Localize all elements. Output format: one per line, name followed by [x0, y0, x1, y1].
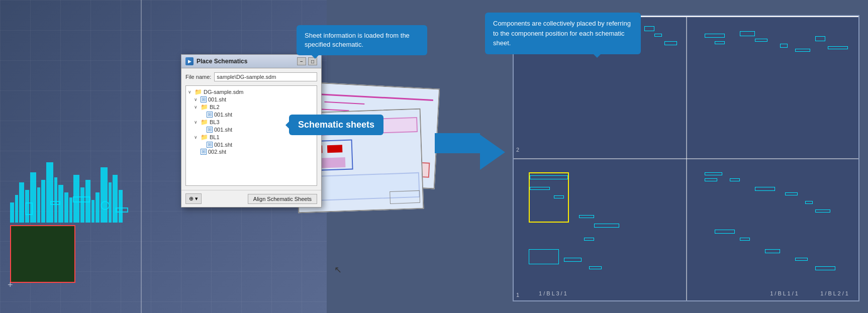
cyan-component	[530, 175, 568, 179]
pcb-component	[116, 207, 128, 213]
cyan-component	[755, 39, 767, 42]
file-icon: ⊞	[201, 96, 207, 102]
cyan-component	[594, 224, 619, 228]
folder-icon: 📁	[201, 119, 208, 126]
wifi-button[interactable]: ⊕ ▾	[185, 193, 202, 204]
expand-icon: ∨	[188, 89, 193, 94]
cursor-icon: ↖	[334, 264, 342, 275]
pcb-component	[50, 201, 60, 205]
arrow-body	[435, 133, 480, 153]
cyan-component	[785, 192, 798, 195]
tree-label: 001.sht	[208, 96, 226, 102]
vertical-divider	[141, 0, 142, 313]
cyan-component	[815, 210, 830, 213]
cyan-component	[715, 230, 735, 234]
folder-icon: 📁	[201, 103, 208, 111]
tree-item-001sht[interactable]: ∨ ⊞ 001.sht	[188, 96, 315, 103]
tree-label: BL3	[210, 119, 220, 125]
dropdown-arrow-icon: ▾	[195, 195, 198, 202]
cyan-component	[705, 34, 725, 38]
tree-label: 001.sht	[214, 127, 232, 133]
dialog-app-icon: ▶	[185, 57, 194, 65]
callout-schematic-sheets: Schematic sheets	[289, 115, 383, 135]
dark-board-area	[10, 225, 75, 283]
file-name-input[interactable]	[214, 72, 317, 81]
section-label-1: 1	[516, 292, 519, 298]
file-tree[interactable]: ∨ 📁 DG-sample.sdm ∨ ⊞ 001.sht ∨ 📁 BL2 ⊞ …	[185, 85, 317, 186]
tree-label: BL2	[210, 104, 220, 110]
cyan-component	[828, 46, 848, 49]
cyan-component	[530, 187, 550, 190]
dialog-title: Place Schematics	[197, 58, 247, 65]
result-v-divider	[686, 16, 687, 300]
minimize-button[interactable]: −	[297, 57, 306, 65]
cyan-component	[664, 41, 677, 45]
cyan-component	[584, 238, 594, 241]
folder-icon: 📁	[195, 88, 202, 95]
cyan-component	[740, 238, 750, 241]
callout-sheet-info-text: Sheet information is loaded from the spe…	[305, 32, 410, 48]
cyan-component	[654, 34, 662, 37]
file-icon: ⊞	[201, 149, 207, 155]
cyan-component	[755, 187, 775, 191]
file-name-row: File name:	[185, 72, 317, 81]
section-label-2: 2	[516, 147, 519, 153]
callout-right-text: Components are collectively placed by re…	[493, 20, 631, 47]
callout-sheet-info: Sheet information is loaded from the spe…	[297, 25, 427, 55]
tree-label: BL1	[210, 134, 220, 140]
tree-label: 001.sht	[214, 112, 232, 118]
pcb-component	[73, 196, 90, 202]
callout-schematic-text: Schematic sheets	[298, 120, 374, 130]
wifi-icon: ⊕	[189, 195, 194, 202]
cyan-component	[795, 49, 810, 52]
cyan-component	[740, 31, 755, 36]
bl2-label: 1 / B L 2 / 1	[820, 290, 848, 296]
cyan-component	[705, 172, 722, 175]
tree-label: 001.sht	[214, 142, 232, 148]
tree-item-bl1-001sht[interactable]: ⊞ 001.sht	[188, 141, 315, 148]
result-panel: 2 1 1 / B L 3 / 1 1 / B L 1 / 1 1 / B L …	[513, 15, 859, 301]
cyan-component	[815, 36, 825, 41]
expand-icon: ∨	[194, 135, 199, 140]
result-arrow	[435, 126, 480, 181]
dialog-titlebar: ▶ Place Schematics − □	[181, 55, 321, 68]
tree-label: 002.sht	[208, 149, 226, 155]
callout-components-right: Components are collectively placed by re…	[485, 13, 641, 54]
tree-item-bl2[interactable]: ∨ 📁 BL2	[188, 103, 315, 111]
cyan-component	[529, 249, 559, 264]
cyan-component	[730, 178, 740, 181]
arrow-head	[480, 135, 505, 170]
file-icon: ⊞	[207, 142, 213, 148]
cyan-component	[554, 195, 564, 198]
cyan-component	[579, 215, 594, 218]
pcb-component	[101, 201, 110, 210]
cyan-component	[705, 178, 717, 181]
cyan-component	[815, 266, 835, 270]
dialog-title-left: ▶ Place Schematics	[185, 57, 247, 65]
file-name-label: File name:	[185, 74, 211, 80]
cyan-component	[805, 201, 813, 204]
expand-icon: ∨	[194, 120, 199, 125]
tree-item-root[interactable]: ∨ 📁 DG-sample.sdm	[188, 88, 315, 96]
cyan-component	[780, 44, 788, 48]
cyan-component	[765, 249, 780, 253]
cyan-component	[589, 266, 602, 269]
tree-label: DG-sample.sdm	[204, 89, 243, 95]
bl1-label: 1 / B L 1 / 1	[770, 290, 798, 296]
cyan-component	[644, 26, 654, 31]
align-schematic-sheets-button[interactable]: Align Schematic Sheets	[248, 194, 317, 204]
dialog-footer: ⊕ ▾ Align Schematic Sheets	[181, 190, 321, 207]
expand-icon: ∨	[194, 97, 199, 102]
expand-icon: ∨	[194, 105, 199, 110]
folder-icon: 📁	[201, 134, 208, 141]
tree-item-002sht[interactable]: ⊞ 002.sht	[188, 148, 315, 155]
pcb-component	[25, 202, 33, 215]
cyan-component	[564, 258, 582, 262]
cyan-component	[715, 41, 725, 44]
file-icon: ⊞	[207, 112, 213, 118]
bl3-label: 1 / B L 3 / 1	[539, 290, 567, 296]
crosshair-icon: +	[8, 280, 13, 290]
cyan-component	[795, 258, 808, 261]
file-icon: ⊞	[207, 127, 213, 133]
